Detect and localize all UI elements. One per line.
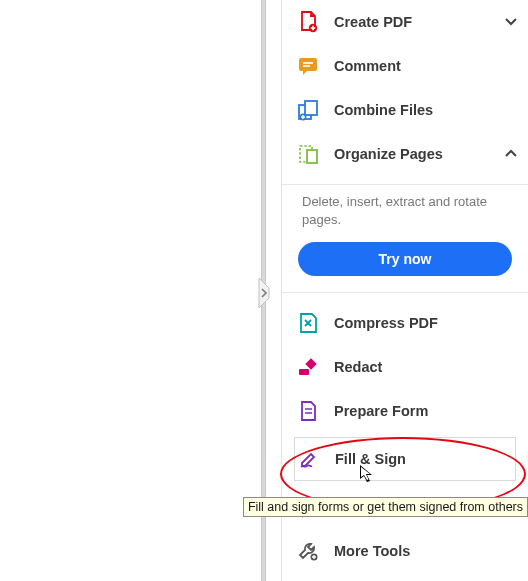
separator: [282, 184, 528, 185]
svg-rect-2: [299, 58, 317, 71]
comment-icon: [296, 54, 320, 78]
document-area: [0, 0, 260, 581]
fill-sign-tooltip: Fill and sign forms or get them signed f…: [243, 497, 528, 517]
tool-create-pdf[interactable]: Create PDF: [282, 0, 528, 44]
tool-label: More Tools: [334, 543, 520, 559]
tool-more-tools[interactable]: More Tools: [282, 529, 528, 573]
tool-label: Fill & Sign: [335, 451, 507, 467]
tool-label: Combine Files: [334, 102, 520, 118]
tool-comment[interactable]: Comment: [282, 44, 528, 88]
tool-label: Prepare Form: [334, 403, 520, 419]
tool-label: Comment: [334, 58, 520, 74]
tool-fill-and-sign[interactable]: Fill & Sign: [294, 437, 516, 481]
tool-combine-files[interactable]: Combine Files: [282, 88, 528, 132]
redact-icon: [296, 355, 320, 379]
tool-prepare-form[interactable]: Prepare Form: [282, 389, 528, 433]
combine-icon: [296, 98, 320, 122]
svg-rect-7: [305, 101, 317, 115]
svg-marker-0: [259, 278, 269, 308]
tools-panel: Create PDF Comment Combine Files Organiz…: [281, 0, 528, 581]
chevron-down-icon: [502, 15, 520, 29]
svg-rect-12: [305, 358, 316, 369]
organize-icon: [296, 142, 320, 166]
tool-organize-pages[interactable]: Organize Pages: [282, 132, 528, 176]
compress-icon: [296, 311, 320, 335]
tool-label: Organize Pages: [334, 146, 502, 162]
svg-rect-11: [299, 369, 309, 375]
tool-label: Redact: [334, 359, 520, 375]
tool-compress-pdf[interactable]: Compress PDF: [282, 301, 528, 345]
organize-description: Delete, insert, extract and rotate pages…: [282, 193, 528, 242]
svg-rect-10: [307, 150, 317, 163]
svg-marker-3: [303, 70, 308, 75]
try-now-button[interactable]: Try now: [298, 242, 512, 276]
sign-icon: [297, 447, 321, 471]
tool-label: Compress PDF: [334, 315, 520, 331]
separator: [282, 292, 528, 293]
chevron-up-icon: [502, 147, 520, 161]
tool-label: Create PDF: [334, 14, 502, 30]
panel-collapse-button[interactable]: [255, 278, 273, 308]
create-pdf-icon: [296, 10, 320, 34]
tool-redact[interactable]: Redact: [282, 345, 528, 389]
wrench-icon: [296, 539, 320, 563]
try-now-label: Try now: [379, 251, 432, 267]
prepare-form-icon: [296, 399, 320, 423]
